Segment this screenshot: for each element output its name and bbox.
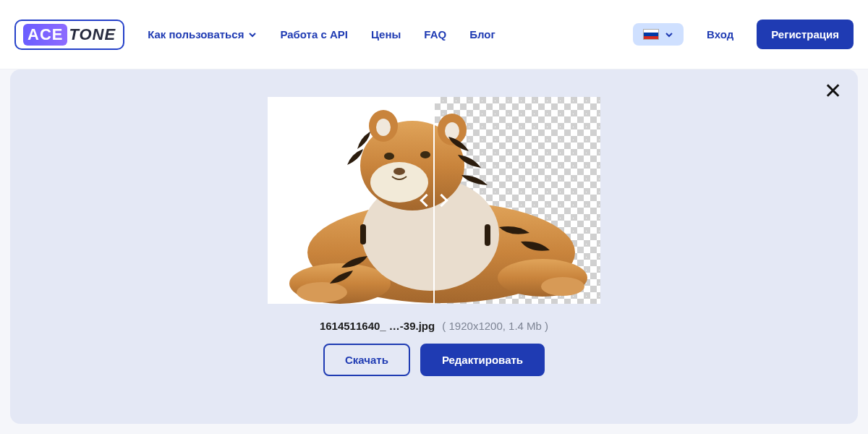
compare-slider[interactable] — [433, 97, 435, 304]
svg-point-13 — [384, 153, 394, 160]
nav: Как пользоваться Работа с API Цены FAQ Б… — [148, 28, 495, 41]
download-button[interactable]: Скачать — [323, 344, 410, 376]
file-dimensions: ( 1920x1200, 1.4 Mb ) — [442, 320, 548, 332]
svg-point-2 — [297, 282, 347, 302]
logo[interactable]: ACE TONE — [14, 20, 124, 50]
svg-point-7 — [369, 110, 398, 142]
svg-point-11 — [370, 162, 428, 203]
logo-left: ACE — [23, 24, 67, 46]
flag-ru-icon — [643, 29, 659, 40]
nav-pricing[interactable]: Цены — [371, 28, 401, 41]
nav-faq[interactable]: FAQ — [424, 28, 446, 41]
svg-point-12 — [393, 168, 405, 175]
chevron-down-icon — [248, 30, 257, 39]
nav-howto-label: Как пользоваться — [148, 28, 244, 41]
register-button[interactable]: Регистрация — [757, 20, 854, 49]
nav-blog[interactable]: Блог — [469, 28, 495, 41]
svg-point-1 — [289, 263, 391, 304]
nav-api[interactable]: Работа с API — [280, 28, 348, 41]
transparent-bg — [434, 97, 600, 304]
svg-point-14 — [420, 151, 430, 158]
edit-button[interactable]: Редактировать — [420, 344, 545, 376]
logo-right: TONE — [69, 25, 116, 44]
file-meta: 1614511640_ …-39.jpg ( 1920x1200, 1.4 Mb… — [320, 320, 548, 332]
nav-howto[interactable]: Как пользоваться — [148, 28, 257, 41]
close-icon[interactable]: ✕ — [824, 78, 842, 103]
svg-point-8 — [376, 119, 391, 136]
chevron-down-icon — [665, 30, 673, 39]
image-compare[interactable] — [268, 97, 600, 304]
svg-rect-15 — [360, 224, 366, 244]
language-switcher[interactable] — [633, 23, 684, 46]
header: ACE TONE Как пользоваться Работа с API Ц… — [0, 0, 868, 69]
action-row: Скачать Редактировать — [323, 344, 545, 376]
file-name: 1614511640_ …-39.jpg — [320, 320, 435, 332]
login-link[interactable]: Вход — [707, 28, 733, 41]
result-panel: ✕ — [10, 69, 858, 424]
